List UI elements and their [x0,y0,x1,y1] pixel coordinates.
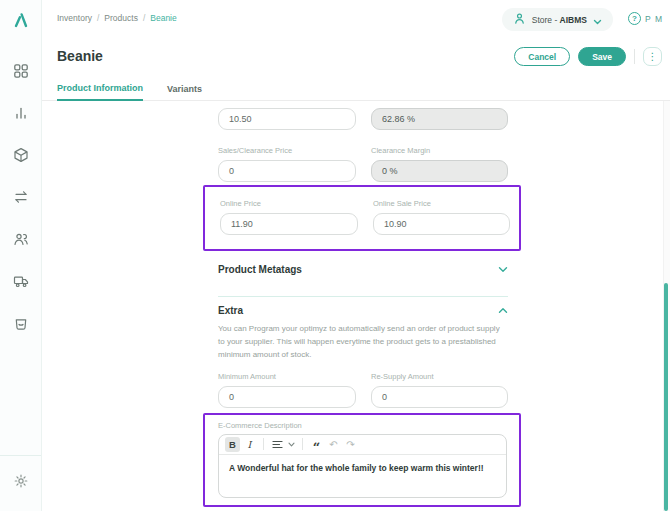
minimum-amount-input[interactable]: 0 [218,386,356,408]
sidebar-nav [0,63,42,331]
undo-button[interactable]: ↶ [326,437,341,452]
breadcrumb-separator: / [97,13,99,23]
italic-button[interactable]: I [242,437,257,452]
section-title: Extra [218,305,243,316]
blockquote-button[interactable]: “ [309,437,324,452]
resupply-amount-label: Re-Supply Amount [371,372,508,382]
section-product-metatags[interactable]: Product Metatags [218,264,508,275]
breadcrumb: Inventory / Products / Beanie [57,13,177,23]
product-form: 10.50 62.86 % Sales/Clearance Price 0 Cl… [218,101,508,511]
price-input[interactable]: 10.50 [218,108,356,130]
analytics-icon[interactable] [13,105,29,121]
scrollbar-thumb[interactable] [664,283,668,511]
dashboard-icon[interactable] [13,63,29,79]
online-price-label: Online Price [220,199,358,209]
header-actions: Cancel Save ⋮ [514,47,662,66]
customers-icon[interactable] [13,231,29,247]
transfers-icon[interactable] [13,189,29,205]
extra-description: You can Program your optimyz to automati… [218,323,508,362]
brand-logo-icon[interactable] [11,10,31,30]
user-icon [513,11,526,29]
page-title: Beanie [57,48,103,64]
user-initials[interactable]: P M [645,14,663,24]
product-form-scroll-area[interactable]: 10.50 62.86 % Sales/Clearance Price 0 Cl… [42,101,670,511]
sidebar-divider [0,455,41,456]
ecommerce-description-highlight-box: E-Commerce Description B I [203,413,521,507]
orders-icon[interactable] [13,315,29,331]
page-header: Beanie Cancel Save ⋮ [42,42,670,74]
breadcrumb-item-products[interactable]: Products [104,13,138,23]
store-selector[interactable]: Store - AIBMS [502,8,613,31]
clearance-margin-label: Clearance Margin [371,146,508,156]
app-window: Inventory / Products / Beanie Store - AI… [0,0,670,511]
tab-product-information[interactable]: Product Information [57,83,143,101]
rich-text-editor[interactable]: B I [218,434,507,498]
user-area: ? P M [628,12,663,25]
sidebar [0,0,42,511]
chevron-down-icon[interactable] [498,266,508,273]
ecommerce-description-label: E-Commerce Description [218,421,507,431]
bold-button[interactable]: B [225,437,240,452]
resupply-amount-input[interactable]: 0 [371,386,508,408]
chevron-down-icon [593,11,602,29]
save-button[interactable]: Save [578,47,626,66]
editor-toolbar: B I [219,435,506,455]
deliveries-icon[interactable] [13,273,29,289]
margin-input: 62.86 % [371,108,508,130]
redo-button[interactable]: ↷ [343,437,358,452]
products-icon[interactable] [13,147,29,163]
tab-variants[interactable]: Variants [167,84,202,100]
clearance-price-label: Sales/Clearance Price [218,146,356,156]
minimum-amount-label: Minimum Amount [218,372,356,382]
cancel-button[interactable]: Cancel [514,47,570,66]
store-name: AIBMS [560,15,587,25]
actions-divider [634,49,635,64]
breadcrumb-item-current: Beanie [150,13,176,23]
breadcrumb-item-inventory[interactable]: Inventory [57,13,92,23]
align-button[interactable] [270,437,285,452]
online-sale-price-input[interactable]: 10.90 [373,213,510,235]
clearance-margin-input: 0 % [371,160,508,182]
section-extra[interactable]: Extra [218,305,508,316]
align-chevron-icon[interactable] [287,437,296,452]
help-icon[interactable]: ? [628,12,641,25]
online-sale-price-label: Online Sale Price [373,199,510,209]
breadcrumb-separator: / [143,13,145,23]
tabs-bar: Product Information Variants [42,77,670,101]
online-price-input[interactable]: 11.90 [220,213,358,235]
chevron-up-icon[interactable] [498,307,508,314]
topbar: Inventory / Products / Beanie Store - AI… [42,0,670,40]
more-options-button[interactable]: ⋮ [643,47,662,66]
settings-icon[interactable] [13,473,29,489]
editor-content[interactable]: A Wonderful hat for the whole family to … [219,455,506,481]
toolbar-separator [302,438,303,450]
online-price-highlight-box: Online Price 11.90 Online Sale Price 10.… [203,185,521,251]
store-label: Store - AIBMS [532,15,587,25]
toolbar-separator [263,438,264,450]
section-divider [218,296,508,297]
section-title: Product Metatags [218,264,302,275]
clearance-price-input[interactable]: 0 [218,160,356,182]
